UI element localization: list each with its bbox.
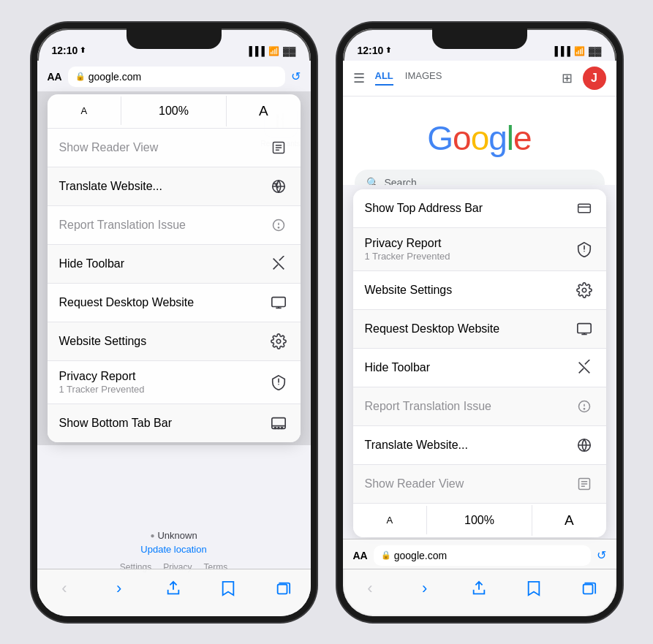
back-btn-right[interactable]: ‹ bbox=[355, 575, 385, 602]
avatar-right[interactable]: J bbox=[583, 67, 606, 90]
bottom-nav-left: ‹ › bbox=[37, 569, 311, 616]
menu-item-desktop-left[interactable]: Request Desktop Website bbox=[48, 284, 301, 322]
text-decrease-btn-right[interactable]: A bbox=[353, 506, 428, 534]
menu-item-translate-right[interactable]: Translate Website... bbox=[353, 426, 606, 465]
privacy-sublabel-left: 1 Tracker Prevented bbox=[59, 384, 268, 395]
svg-point-12 bbox=[274, 427, 276, 428]
forward-btn-right[interactable]: › bbox=[410, 575, 439, 602]
menu-item-show-reader-view-left[interactable]: Show Reader View bbox=[48, 129, 301, 167]
url-container-right[interactable]: 🔒 google.com bbox=[374, 545, 591, 566]
right-phone: 12:10 ⬆ ▐▐▐ 📶 ▓▓ ☰ ALL IMAGES bbox=[337, 23, 622, 622]
hamburger-icon[interactable]: ☰ bbox=[353, 70, 365, 86]
text-decrease-btn-left[interactable]: A bbox=[48, 96, 122, 125]
google-logo-area: Google 🔍 Search bbox=[343, 96, 616, 185]
wifi-right: 📶 bbox=[574, 46, 585, 56]
privacy-label-left: Privacy Report bbox=[59, 370, 268, 383]
status-icons-left: ▐▐▐ 📶 ▓▓ bbox=[246, 46, 295, 56]
svg-point-22 bbox=[584, 408, 584, 409]
time-left: 12:10 ⬆ bbox=[52, 45, 86, 56]
menu-item-website-settings-right[interactable]: Website Settings bbox=[353, 271, 606, 310]
grid-icon[interactable]: ⊞ bbox=[562, 70, 573, 86]
signal-left: ▐▐▐ bbox=[246, 46, 265, 56]
url-text-left: google.com bbox=[88, 71, 141, 83]
menu-item-reader-view-right[interactable]: Show Reader View bbox=[353, 465, 606, 504]
phones-container: 12:10 ⬆ ▐▐▐ 📶 ▓▓ 🍴 Restaurants ● bbox=[31, 23, 622, 622]
address-bar-left[interactable]: AA 🔒 google.com ↺ bbox=[37, 61, 311, 91]
tabs-btn-left[interactable] bbox=[268, 575, 298, 602]
menu-item-report-translation-right[interactable]: Report Translation Issue bbox=[353, 387, 606, 426]
svg-rect-15 bbox=[278, 584, 287, 594]
google-search-bar[interactable]: 🔍 Search bbox=[355, 170, 605, 185]
menu-item-tabbar-left[interactable]: Show Bottom Tab Bar bbox=[48, 404, 301, 442]
share-btn-right[interactable] bbox=[464, 575, 494, 602]
svg-point-14 bbox=[281, 427, 282, 428]
svg-point-7 bbox=[278, 227, 279, 227]
aa-label-left[interactable]: AA bbox=[48, 71, 62, 83]
menu-item-hide-toolbar-right[interactable]: Hide Toolbar bbox=[353, 349, 606, 387]
forward-btn-left[interactable]: › bbox=[105, 575, 134, 602]
right-menu-area: Show Top Address Bar Privacy Report bbox=[343, 185, 616, 569]
desktop-label-right: Request Desktop Website bbox=[365, 322, 574, 336]
battery-right: ▓▓ bbox=[589, 46, 602, 56]
reader-view-icon-left bbox=[268, 137, 289, 158]
svg-rect-8 bbox=[271, 297, 284, 306]
website-settings-icon-right bbox=[574, 280, 595, 300]
left-menu-popup: A 100% A Show Reader View bbox=[48, 94, 301, 442]
google-nav-bar: ☰ ALL IMAGES ⊞ J bbox=[343, 61, 616, 96]
translate-icon-right bbox=[574, 435, 595, 455]
hide-toolbar-icon-left bbox=[268, 254, 289, 274]
update-location-link[interactable]: Update location bbox=[140, 544, 206, 555]
address-bar-right[interactable]: AA 🔒 google.com ↺ bbox=[343, 539, 616, 569]
tab-all[interactable]: ALL bbox=[375, 70, 393, 86]
menu-item-show-top-address-right[interactable]: Show Top Address Bar bbox=[353, 189, 606, 228]
hide-toolbar-label-left: Hide Toolbar bbox=[59, 257, 268, 270]
notch-left bbox=[127, 29, 222, 49]
show-top-address-icon-right bbox=[574, 198, 595, 219]
bookmarks-btn-left[interactable] bbox=[214, 575, 243, 602]
svg-point-9 bbox=[276, 339, 281, 344]
text-percent-right: 100% bbox=[427, 505, 532, 536]
reload-btn-left[interactable]: ↺ bbox=[291, 69, 301, 83]
translate-icon-left bbox=[268, 176, 289, 197]
svg-point-18 bbox=[582, 288, 586, 292]
text-increase-btn-right[interactable]: A bbox=[532, 504, 606, 537]
aa-label-right[interactable]: AA bbox=[353, 550, 368, 561]
website-settings-label-left: Website Settings bbox=[59, 335, 268, 348]
text-size-row-right[interactable]: A 100% A bbox=[353, 504, 606, 537]
search-placeholder: Search bbox=[385, 177, 417, 185]
status-icons-right: ▐▐▐ 📶 ▓▓ bbox=[551, 46, 601, 56]
show-reader-view-label-left: Show Reader View bbox=[59, 141, 268, 154]
lock-icon-left: 🔒 bbox=[75, 72, 86, 81]
notch-right bbox=[432, 29, 527, 49]
location-footer: ● Unknown Update location Settings Priva… bbox=[37, 530, 311, 572]
show-top-address-label-right: Show Top Address Bar bbox=[365, 202, 574, 215]
text-size-row-left[interactable]: A 100% A bbox=[48, 94, 301, 129]
reload-btn-right[interactable]: ↺ bbox=[597, 548, 606, 562]
wifi-left: 📶 bbox=[268, 46, 279, 56]
svg-rect-19 bbox=[577, 323, 590, 333]
tabs-btn-right[interactable] bbox=[574, 575, 603, 602]
report-translation-label-left: Report Translation Issue bbox=[59, 219, 268, 232]
search-icon-google: 🔍 bbox=[366, 177, 379, 185]
report-translation-icon-right bbox=[574, 396, 595, 417]
tab-images[interactable]: IMAGES bbox=[405, 70, 442, 86]
google-nav-tabs: ALL IMAGES bbox=[375, 70, 442, 86]
menu-item-desktop-right[interactable]: Request Desktop Website bbox=[353, 310, 606, 349]
time-right: 12:10 ⬆ bbox=[358, 45, 392, 56]
menu-item-translate-left[interactable]: Translate Website... bbox=[48, 167, 301, 206]
website-settings-label-right: Website Settings bbox=[365, 284, 574, 297]
bottom-nav-right: ‹ › bbox=[343, 569, 616, 616]
url-container-left[interactable]: 🔒 google.com bbox=[68, 67, 285, 87]
bookmarks-btn-right[interactable] bbox=[519, 575, 548, 602]
url-text-right: google.com bbox=[394, 550, 447, 561]
menu-item-report-translation-left[interactable]: Report Translation Issue bbox=[48, 206, 301, 245]
menu-item-privacy-left[interactable]: Privacy Report 1 Tracker Prevented bbox=[48, 361, 301, 404]
menu-item-privacy-right[interactable]: Privacy Report 1 Tracker Prevented bbox=[353, 228, 606, 271]
hide-toolbar-label-right: Hide Toolbar bbox=[365, 361, 574, 374]
report-translation-label-right: Report Translation Issue bbox=[365, 400, 574, 413]
back-btn-left[interactable]: ‹ bbox=[50, 575, 79, 602]
menu-item-hide-toolbar-left[interactable]: Hide Toolbar bbox=[48, 245, 301, 284]
share-btn-left[interactable] bbox=[159, 575, 188, 602]
menu-item-website-settings-left[interactable]: Website Settings bbox=[48, 322, 301, 361]
text-increase-btn-left[interactable]: A bbox=[227, 94, 301, 128]
